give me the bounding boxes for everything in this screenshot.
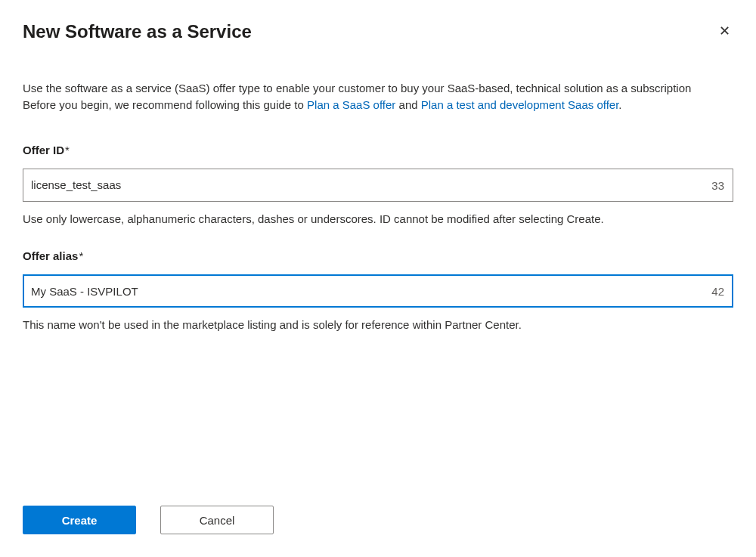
offer-id-char-count: 33 xyxy=(711,178,724,191)
required-indicator: * xyxy=(79,249,83,262)
intro-line1: Use the software as a service (SaaS) off… xyxy=(23,82,691,94)
plan-saas-offer-link[interactable]: Plan a SaaS offer xyxy=(307,98,395,111)
offer-alias-help: This name won't be used in the marketpla… xyxy=(23,317,733,333)
offer-alias-label-text: Offer alias xyxy=(23,249,78,262)
offer-id-input[interactable] xyxy=(23,169,733,202)
intro-middle: and xyxy=(395,98,420,111)
offer-alias-block: Offer alias* 42 This name won't be used … xyxy=(23,249,733,333)
plan-test-dev-offer-link[interactable]: Plan a test and development Saas offer xyxy=(421,98,619,111)
offer-id-label-text: Offer ID xyxy=(23,144,64,156)
dialog-title: New Software as a Service xyxy=(23,21,252,42)
button-row: Create Cancel xyxy=(23,506,274,534)
intro-line2-prefix: Before you begin, we recommend following… xyxy=(23,98,307,111)
intro-period: . xyxy=(618,98,621,111)
required-indicator: * xyxy=(65,144,70,156)
offer-alias-input[interactable] xyxy=(23,274,733,308)
offer-alias-input-wrap: 42 xyxy=(23,274,733,308)
offer-id-help: Use only lowercase, alphanumeric charact… xyxy=(23,211,733,227)
offer-alias-char-count: 42 xyxy=(711,285,724,298)
offer-alias-label: Offer alias* xyxy=(23,249,733,262)
intro-text: Use the software as a service (SaaS) off… xyxy=(23,80,733,113)
offer-id-input-wrap: 33 xyxy=(23,169,733,202)
cancel-button[interactable]: Cancel xyxy=(160,506,274,534)
offer-id-label: Offer ID* xyxy=(23,144,733,156)
create-button[interactable]: Create xyxy=(23,506,136,534)
close-icon[interactable]: ✕ xyxy=(716,21,733,41)
offer-id-block: Offer ID* 33 Use only lowercase, alphanu… xyxy=(23,144,733,227)
